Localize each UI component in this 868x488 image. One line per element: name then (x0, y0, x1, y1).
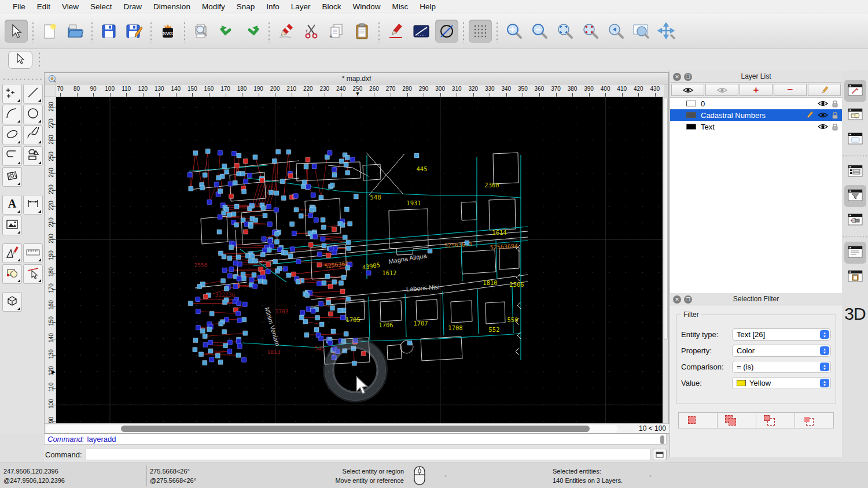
intersect-selection-button[interactable] (795, 413, 833, 428)
print-preview-button[interactable] (190, 20, 213, 43)
menu-help[interactable]: Help (414, 2, 442, 11)
redo-button[interactable] (241, 20, 264, 43)
menu-view[interactable]: View (56, 2, 84, 11)
tool-text-button[interactable]: A (2, 195, 22, 215)
library-browser-button[interactable] (844, 209, 866, 231)
vertical-scrollbar-thumb[interactable] (664, 97, 668, 340)
save-button[interactable] (97, 20, 120, 43)
layer-visible-icon[interactable] (818, 112, 828, 119)
edit-layer-button[interactable] (808, 84, 841, 96)
tool-polyline-button[interactable] (2, 146, 22, 166)
menu-snap[interactable]: Snap (231, 2, 261, 11)
horizontal-scrollbar-thumb[interactable] (121, 426, 590, 432)
detach-icon[interactable]: ❐ (684, 295, 692, 304)
pointer-button[interactable] (5, 20, 28, 43)
horizontal-scrollbar[interactable] (46, 425, 617, 432)
close-icon[interactable]: ✕ (673, 295, 681, 304)
command-history-toggle-button[interactable] (844, 242, 866, 264)
select-matching-button[interactable] (679, 413, 718, 428)
menu-block[interactable]: Block (317, 2, 347, 11)
tool-points-button[interactable] (2, 84, 22, 103)
tool-trim-button[interactable] (23, 264, 43, 284)
line-angle-button[interactable] (410, 20, 433, 43)
3d-view-button[interactable]: 3D (844, 304, 865, 324)
filter-select-0[interactable]: Text [26]▲▼ (732, 328, 831, 341)
property-editor-button[interactable] (844, 80, 866, 102)
tool-image-button[interactable] (2, 216, 22, 235)
layer-lock-icon[interactable] (832, 123, 838, 131)
selection-pointer-button[interactable] (8, 51, 32, 69)
hide-all-layers-button[interactable] (705, 84, 738, 96)
grid-toggle-button[interactable] (469, 20, 492, 43)
layer-visible-icon[interactable] (818, 123, 828, 130)
cut-button[interactable]: + (300, 20, 323, 43)
tool-line-button[interactable] (23, 84, 43, 103)
add-to-selection-button[interactable] (718, 413, 756, 428)
tool-ellipse-button[interactable] (2, 125, 22, 145)
menu-info[interactable]: Info (260, 2, 285, 11)
show-all-layers-button[interactable] (671, 84, 704, 96)
menu-misc[interactable]: Misc (387, 2, 414, 11)
filter-select-3[interactable]: Yellow▲▼ (732, 377, 831, 389)
tool-arc-button[interactable] (2, 105, 22, 124)
layer-list-toggle-button[interactable] (844, 161, 866, 183)
command-history-scrollbar[interactable] (660, 435, 664, 444)
clipboard-panel-button[interactable] (844, 266, 866, 288)
layer-row-0[interactable]: 0 (670, 98, 842, 109)
view-list-button[interactable] (844, 128, 866, 150)
new-file-button[interactable] (38, 20, 61, 43)
tool-circle-button[interactable] (23, 105, 43, 124)
dropdown-stepper-icon[interactable]: ▲▼ (820, 363, 829, 371)
tool-hatch-button[interactable] (2, 167, 22, 187)
add-layer-button[interactable]: + (740, 84, 773, 96)
copy-button[interactable]: + (325, 20, 348, 43)
remove-layer-button[interactable]: − (774, 84, 807, 96)
edit-pencil-icon[interactable] (805, 111, 814, 119)
draw-pencil-button[interactable] (384, 20, 407, 43)
menu-select[interactable]: Select (84, 2, 118, 11)
tool-dimension-button[interactable] (23, 195, 43, 215)
zoom-auto-button[interactable] (553, 20, 576, 43)
zoom-in-button[interactable] (502, 20, 525, 43)
layer-row-cadastral-numbers[interactable]: Cadastral Numbers (670, 109, 842, 121)
dropdown-stepper-icon[interactable]: ▲▼ (820, 346, 829, 355)
zoom-selection-button[interactable] (579, 20, 602, 43)
save-as-button[interactable] (123, 20, 146, 43)
menu-modify[interactable]: Modify (196, 2, 231, 11)
vertical-scrollbar[interactable] (663, 97, 668, 424)
erase-button[interactable] (274, 20, 297, 43)
command-options-button[interactable] (653, 449, 667, 460)
tool-measure-button[interactable] (23, 243, 43, 263)
block-list-button[interactable] (844, 104, 866, 126)
layer-visible-icon[interactable] (818, 100, 828, 107)
drawing-window-titlebar[interactable]: * map.dxf (45, 73, 668, 84)
restrict-off-button[interactable] (435, 20, 458, 43)
dropdown-stepper-icon[interactable]: ▲▼ (820, 379, 829, 387)
menu-file[interactable]: File (7, 2, 31, 11)
selection-filter-toggle-button[interactable] (844, 185, 866, 207)
svg-export-button[interactable]: SVG (156, 20, 179, 43)
map-canvas[interactable]: 4452360548193116144390516121810250617051… (56, 97, 664, 424)
undo-button[interactable] (215, 20, 238, 43)
menu-edit[interactable]: Edit (31, 2, 56, 11)
close-icon[interactable]: ✕ (673, 73, 681, 81)
menu-dimension[interactable]: Dimension (148, 2, 196, 11)
command-input[interactable] (86, 449, 650, 460)
tool-solid-button[interactable] (2, 292, 22, 312)
zoom-window-button[interactable] (630, 20, 653, 43)
layer-lock-icon[interactable] (832, 112, 838, 119)
layer-lock-icon[interactable] (832, 100, 838, 108)
layer-row-text[interactable]: Text (670, 121, 842, 132)
tool-modify-button[interactable] (2, 264, 22, 284)
menu-layer[interactable]: Layer (285, 2, 317, 11)
zoom-out-button[interactable] (528, 20, 551, 43)
pan-button[interactable] (655, 20, 678, 43)
open-file-button[interactable] (64, 20, 87, 43)
tool-shapes-button[interactable] (23, 146, 43, 166)
menu-draw[interactable]: Draw (118, 2, 148, 11)
dropdown-stepper-icon[interactable]: ▲▼ (820, 330, 829, 339)
filter-select-1[interactable]: Color▲▼ (732, 345, 831, 357)
tool-draw-tools-button[interactable] (2, 243, 22, 263)
paste-button[interactable] (351, 20, 374, 43)
command-history[interactable]: Command: layeradd (44, 434, 667, 445)
